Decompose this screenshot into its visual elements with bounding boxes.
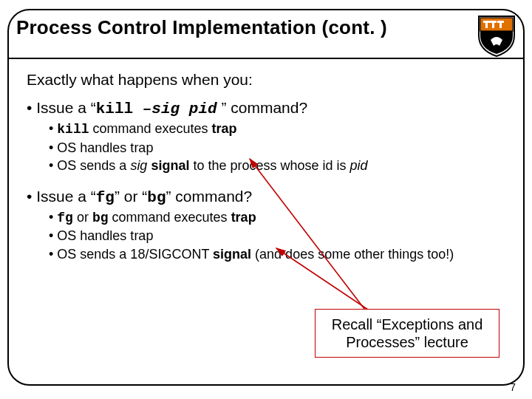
text: Issue a “ <box>36 99 96 116</box>
title-divider <box>9 58 523 59</box>
text: ” command? <box>217 99 308 116</box>
svg-rect-6 <box>490 21 497 23</box>
sub-kill-trap: kill command executes trap <box>49 120 507 138</box>
word-trap: trap <box>212 121 237 136</box>
space <box>180 100 189 117</box>
sub-fgbg-trap: fg or bg command executes trap <box>49 209 507 227</box>
callout-text: Recall “Exceptions and Processes” lectur… <box>332 316 483 350</box>
code-kill: kill <box>57 122 89 137</box>
word-signal: signal <box>151 158 189 173</box>
text: to the process whose id is <box>189 158 349 173</box>
text: OS sends a 18/SIGCONT <box>57 247 213 262</box>
bullet-kill-question: Issue a “kill –sig pid ” command? <box>27 99 507 117</box>
word-trap: trap <box>231 210 256 225</box>
text: command executes <box>109 210 231 225</box>
code-pid: pid <box>189 100 217 117</box>
sub-os-handles-2: OS handles trap <box>49 228 507 245</box>
svg-rect-0 <box>480 18 513 31</box>
bullet-fgbg-question: Issue a “fg” or “bg” command? <box>27 188 507 206</box>
code-fg: fg <box>57 211 73 225</box>
callout-box: Recall “Exceptions and Processes” lectur… <box>315 309 499 358</box>
word-signal: signal <box>213 247 251 262</box>
sub-os-sends-sigcont: OS sends a 18/SIGCONT signal (and does s… <box>49 246 507 263</box>
slide: Process Control Implementation (cont. ) … <box>0 0 532 399</box>
code-sig: sig <box>151 100 180 117</box>
text: or <box>73 210 92 225</box>
code-fg: fg <box>96 189 115 206</box>
page-number: 7 <box>510 381 516 393</box>
svg-rect-4 <box>497 21 504 23</box>
content-area: Exactly what happens when you: Issue a “… <box>27 71 507 264</box>
slide-title: Process Control Implementation (cont. ) <box>16 16 387 39</box>
code-bg: bg <box>147 189 166 206</box>
svg-rect-2 <box>483 21 490 23</box>
text: Issue a “ <box>36 188 96 205</box>
text: command executes <box>89 121 212 136</box>
word-pid: pid <box>350 158 368 173</box>
word-sig: sig <box>130 158 147 173</box>
text: (and does some other things too!) <box>251 247 454 262</box>
sub-os-sends-sig: OS sends a sig signal to the process who… <box>49 157 507 174</box>
text: ” command? <box>166 188 253 205</box>
text: ” or “ <box>115 188 147 205</box>
princeton-shield-icon <box>474 13 519 58</box>
sub-os-handles: OS handles trap <box>49 140 507 157</box>
text: OS sends a <box>57 158 130 173</box>
code-bg: bg <box>92 211 109 225</box>
lead-text: Exactly what happens when you: <box>27 71 507 89</box>
code-kill: kill – <box>96 100 152 117</box>
